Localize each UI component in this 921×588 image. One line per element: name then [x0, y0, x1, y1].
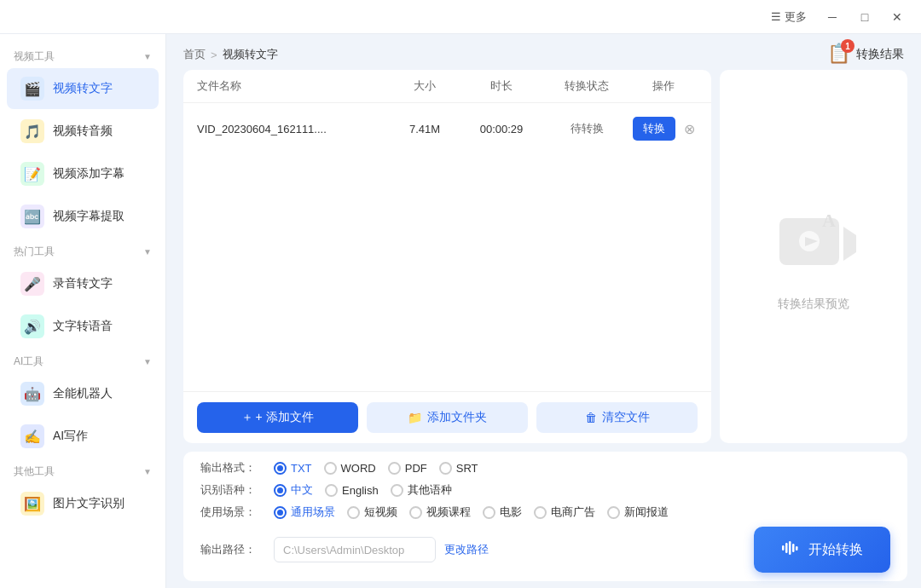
section-label: 热门工具 [14, 245, 55, 259]
output-path-input[interactable] [274, 537, 436, 562]
breadcrumb: 首页 > 视频转文字 [183, 47, 278, 62]
notification-badge: 1 [841, 39, 854, 53]
section-label: 其他工具 [14, 464, 55, 479]
delete-button[interactable]: ⊗ [684, 121, 695, 137]
add-file-button[interactable]: ＋ + 添加文件 [197, 402, 358, 433]
col-action: 操作 [629, 78, 698, 94]
menu-icon: ☰ [771, 10, 781, 23]
table-body: VID_20230604_162111.... 7.41M 00:00:29 待… [183, 103, 711, 391]
radio-txt-label: TXT [291, 462, 312, 475]
cell-size: 7.41M [391, 123, 459, 135]
sidebar-item-video-add-subtitle[interactable]: 📝 视频添加字幕 [7, 153, 159, 194]
clear-files-label: 清空文件 [602, 410, 650, 425]
change-path-button[interactable]: 更改路径 [444, 542, 489, 557]
video-add-subtitle-icon: 📝 [20, 162, 44, 186]
svg-rect-9 [796, 546, 798, 551]
sidebar-item-label: 录音转文字 [53, 276, 113, 291]
breadcrumb-current: 视频转文字 [223, 47, 278, 62]
scene-news[interactable]: 新闻报道 [607, 504, 669, 520]
video-subtitle-extract-icon: 🔤 [20, 205, 44, 228]
scene-short-video[interactable]: 短视频 [347, 504, 397, 520]
sidebar-item-video-to-audio[interactable]: 🎵 视频转音频 [7, 111, 159, 152]
title-bar: ☰ 更多 ─ □ ✕ [0, 0, 921, 34]
language-row: 识别语种： 中文 English 其他语种 [200, 482, 890, 498]
svg-rect-6 [785, 543, 788, 553]
maximize-button[interactable]: □ [851, 5, 878, 29]
section-label: 视频工具 [14, 49, 55, 64]
close-button[interactable]: ✕ [883, 5, 911, 29]
sidebar-item-ai-robot[interactable]: 🤖 全能机器人 [7, 373, 159, 414]
radio-short-video-circle [347, 506, 360, 519]
sidebar-item-text-to-speech[interactable]: 🔊 文字转语音 [7, 306, 159, 347]
output-path-label: 输出路径： [200, 542, 260, 557]
chevron-down-icon: ▼ [143, 357, 152, 366]
scene-movie[interactable]: 电影 [483, 504, 522, 520]
scene-course[interactable]: 视频课程 [409, 504, 471, 520]
svg-rect-7 [789, 541, 791, 555]
sidebar-item-audio-to-text[interactable]: 🎤 录音转文字 [7, 263, 159, 304]
format-srt[interactable]: SRT [439, 462, 478, 475]
format-word[interactable]: WORD [324, 462, 376, 475]
scene-ecommerce[interactable]: 电商广告 [534, 504, 595, 520]
sidebar-item-ai-writing[interactable]: ✍️ AI写作 [7, 416, 159, 457]
radio-english-circle [325, 484, 338, 497]
waveform-icon [781, 539, 800, 561]
convert-button[interactable]: 转换 [633, 117, 675, 141]
radio-general-label: 通用场景 [291, 504, 335, 520]
svg-text:A: A [822, 210, 836, 231]
radio-general-circle [274, 506, 287, 519]
section-label: AI工具 [14, 355, 43, 369]
preview-icon-container: A [771, 201, 856, 286]
radio-srt-label: SRT [456, 462, 478, 475]
lang-other[interactable]: 其他语种 [391, 482, 452, 498]
language-label: 识别语种： [200, 482, 260, 498]
radio-word-label: WORD [341, 462, 376, 475]
radio-ecommerce-label: 电商广告 [551, 504, 595, 520]
minimize-button[interactable]: ─ [819, 5, 846, 29]
sidebar-item-label: 图片文字识别 [53, 496, 125, 511]
clear-files-button[interactable]: 🗑 清空文件 [536, 402, 698, 433]
sidebar: 视频工具 ▼ 🎬 视频转文字 🎵 视频转音频 📝 视频添加字幕 🔤 视频字幕提取… [0, 34, 166, 588]
start-convert-button[interactable]: 开始转换 [754, 527, 890, 573]
preview-placeholder-icon: A [771, 201, 856, 286]
settings-bar: 输出格式： TXT WORD PDF [183, 452, 907, 581]
path-row: 更改路径 [274, 537, 489, 562]
breadcrumb-home[interactable]: 首页 [183, 47, 206, 62]
image-text-icon: 🖼️ [20, 492, 44, 516]
scene-row: 使用场景： 通用场景 短视频 视频课程 [200, 504, 890, 520]
lang-chinese[interactable]: 中文 [274, 482, 313, 498]
audio-to-text-icon: 🎤 [20, 272, 44, 296]
add-folder-label: 添加文件夹 [427, 410, 487, 425]
radio-other-label: 其他语种 [408, 482, 452, 498]
radio-chinese-circle [274, 484, 287, 497]
video-to-audio-icon: 🎵 [20, 119, 44, 143]
cell-action: 转换 ⊗ [629, 117, 698, 141]
output-path-row: 输出路径： 更改路径 [200, 527, 890, 573]
radio-srt-circle [439, 462, 452, 475]
radio-short-video-label: 短视频 [364, 504, 397, 520]
scene-general[interactable]: 通用场景 [274, 504, 335, 520]
sidebar-section-other-tools: 其他工具 ▼ [0, 458, 165, 482]
svg-rect-8 [792, 544, 795, 552]
sidebar-item-label: AI写作 [53, 429, 88, 444]
sidebar-section-video-tools: 视频工具 ▼ [0, 43, 165, 67]
sidebar-item-label: 文字转语音 [53, 319, 113, 334]
radio-movie-circle [483, 506, 495, 519]
format-pdf[interactable]: PDF [388, 462, 427, 475]
sidebar-section-ai-tools: AI工具 ▼ [0, 348, 165, 372]
add-folder-button[interactable]: 📁 添加文件夹 [367, 402, 528, 433]
file-section-buttons: ＋ + 添加文件 📁 添加文件夹 🗑 清空文件 [183, 391, 711, 443]
lang-english[interactable]: English [325, 484, 379, 497]
sidebar-item-video-to-text[interactable]: 🎬 视频转文字 [7, 68, 159, 109]
conversion-result-button[interactable]: 📋 1 转换结果 [827, 43, 904, 66]
preview-section: A 转换结果预览 [720, 70, 907, 443]
radio-news-circle [607, 506, 620, 519]
more-menu[interactable]: ☰ 更多 [764, 5, 814, 29]
chevron-down-icon: ▼ [143, 467, 152, 476]
sidebar-item-image-text[interactable]: 🖼️ 图片文字识别 [7, 483, 159, 524]
table-header: 文件名称 大小 时长 转换状态 操作 [183, 70, 711, 103]
sidebar-item-video-subtitle-extract[interactable]: 🔤 视频字幕提取 [7, 196, 159, 237]
add-file-label: + 添加文件 [255, 410, 313, 425]
format-txt[interactable]: TXT [274, 462, 312, 475]
sidebar-item-label: 视频添加字幕 [53, 166, 125, 182]
